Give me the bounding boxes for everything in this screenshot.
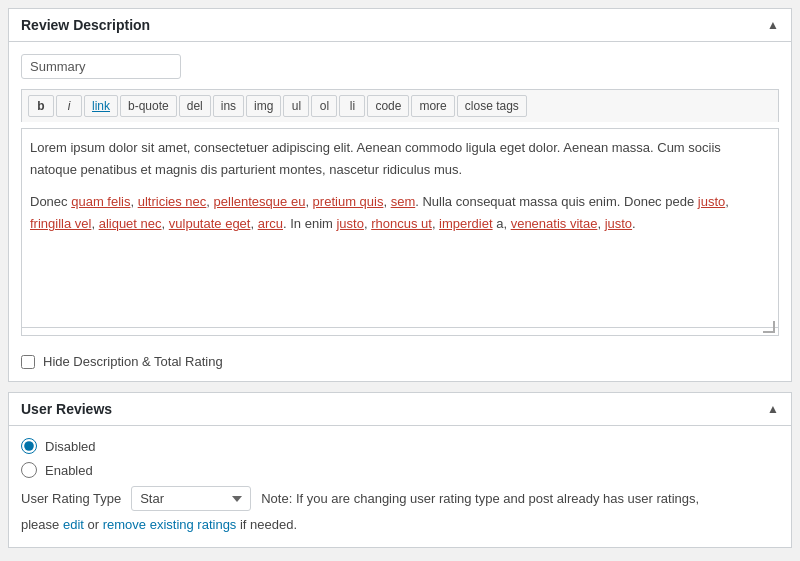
page-wrapper: Review Description ▲ b i link b-quote de… [0,0,800,561]
editor-resize-handle[interactable] [21,328,779,336]
toolbar-close-tags-button[interactable]: close tags [457,95,527,117]
link-venenatis-vitae[interactable]: venenatis vitae [511,216,598,231]
toolbar-bquote-button[interactable]: b-quote [120,95,177,117]
toolbar-li-button[interactable]: li [339,95,365,117]
toolbar-bold-button[interactable]: b [28,95,54,117]
user-reviews-body: Disabled Enabled User Rating Type Star P… [9,426,791,547]
review-description-body: b i link b-quote del ins img ul ol li co… [9,42,791,381]
review-description-header: Review Description ▲ [9,9,791,42]
editor-toolbar: b i link b-quote del ins img ul ol li co… [21,89,779,122]
link-justo-1[interactable]: justo [698,194,725,209]
hide-description-label[interactable]: Hide Description & Total Rating [43,354,223,369]
editor-paragraph-2: Donec quam felis, ultricies nec, pellent… [30,191,770,235]
toolbar-italic-button[interactable]: i [56,95,82,117]
review-description-title: Review Description [21,17,150,33]
user-reviews-toggle[interactable]: ▲ [767,402,779,416]
user-reviews-title: User Reviews [21,401,112,417]
note-row-2: please edit or remove existing ratings i… [21,515,779,535]
toolbar-ul-button[interactable]: ul [283,95,309,117]
link-pellentesque-eu[interactable]: pellentesque eu [214,194,306,209]
link-imperdiet[interactable]: imperdiet [439,216,492,231]
link-vulputate-eget[interactable]: vulputate eget [169,216,251,231]
link-aliquet-nec[interactable]: aliquet nec [99,216,162,231]
radio-disabled[interactable] [21,438,37,454]
toolbar-code-button[interactable]: code [367,95,409,117]
radio-enabled[interactable] [21,462,37,478]
hide-description-row: Hide Description & Total Rating [21,346,779,369]
radio-disabled-row: Disabled [21,438,779,454]
link-justo-3[interactable]: justo [605,216,632,231]
radio-enabled-row: Enabled [21,462,779,478]
toolbar-link-button[interactable]: link [84,95,118,117]
editor-content-area[interactable]: Lorem ipsum dolor sit amet, consectetuer… [21,128,779,328]
review-description-panel: Review Description ▲ b i link b-quote de… [8,8,792,382]
radio-disabled-label: Disabled [45,439,96,454]
toolbar-del-button[interactable]: del [179,95,211,117]
note-text-1: Note: If you are changing user rating ty… [261,491,779,506]
toolbar-ol-button[interactable]: ol [311,95,337,117]
note-edit-link[interactable]: edit [63,517,84,532]
text-donec: Donec [30,194,71,209]
editor-paragraph-1: Lorem ipsum dolor sit amet, consectetuer… [30,137,770,181]
link-sem[interactable]: sem [391,194,416,209]
toolbar-img-button[interactable]: img [246,95,281,117]
radio-enabled-label: Enabled [45,463,93,478]
note-remove-link[interactable]: remove existing ratings [103,517,237,532]
link-arcu[interactable]: arcu [258,216,283,231]
link-rhoncus-ut[interactable]: rhoncus ut [371,216,432,231]
rating-type-label: User Rating Type [21,491,121,506]
link-fringilla-vel[interactable]: fringilla vel [30,216,91,231]
summary-input[interactable] [21,54,181,79]
user-reviews-header: User Reviews ▲ [9,393,791,426]
rating-type-select[interactable]: Star Points Percentage [131,486,251,511]
toolbar-ins-button[interactable]: ins [213,95,244,117]
rating-type-row: User Rating Type Star Points Percentage … [21,486,779,511]
hide-description-checkbox[interactable] [21,355,35,369]
link-ultricies-nec[interactable]: ultricies nec [138,194,207,209]
toolbar-more-button[interactable]: more [411,95,454,117]
link-pretium-quis[interactable]: pretium quis [313,194,384,209]
user-reviews-panel: User Reviews ▲ Disabled Enabled User Rat… [8,392,792,548]
link-quam-felis[interactable]: quam felis [71,194,130,209]
review-description-toggle[interactable]: ▲ [767,18,779,32]
link-justo-2[interactable]: justo [336,216,363,231]
